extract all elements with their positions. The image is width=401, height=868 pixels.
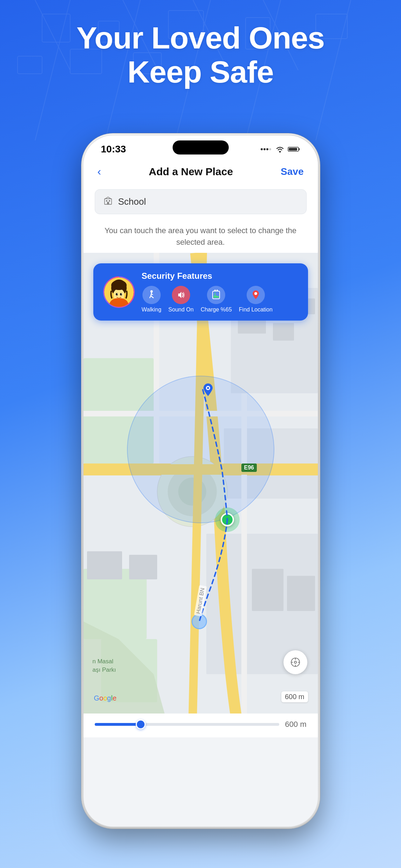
charge-label: Charge %65 [201, 306, 232, 313]
distance-label: 600 m [281, 691, 308, 702]
building-icon [103, 196, 113, 208]
security-title: Security Features [142, 271, 298, 281]
svg-rect-68 [213, 296, 219, 298]
bottom-bar: 600 m [83, 714, 318, 737]
features-row: Walking [142, 286, 298, 313]
find-location-icon [247, 286, 265, 304]
search-container: School [83, 184, 318, 220]
svg-point-71 [207, 387, 209, 389]
svg-point-62 [117, 293, 118, 294]
find-location-label: Find Location [239, 306, 273, 313]
destination-marker [192, 614, 207, 629]
svg-rect-28 [107, 202, 109, 204]
slider-distance: 600 m [285, 720, 306, 729]
place-input-value: School [118, 196, 146, 207]
timeline-slider[interactable] [95, 723, 280, 726]
svg-point-21 [279, 151, 281, 153]
locate-button[interactable] [283, 650, 307, 674]
svg-point-20 [269, 148, 271, 150]
walking-label: Walking [142, 306, 161, 313]
svg-rect-54 [287, 576, 315, 611]
svg-rect-24 [289, 148, 297, 151]
feature-location: Find Location [239, 286, 273, 313]
feature-walking: Walking [142, 286, 161, 313]
sound-label: Sound On [168, 306, 194, 313]
park-line2: aşı Parkı [93, 666, 116, 674]
blue-pin-marker [203, 383, 213, 398]
security-card: Security Features [93, 263, 308, 321]
svg-rect-23 [299, 148, 300, 150]
svg-rect-52 [129, 555, 157, 579]
svg-point-19 [266, 148, 268, 150]
back-button[interactable]: ‹ [98, 165, 101, 178]
avatar-container [103, 276, 135, 308]
status-icons [260, 145, 300, 153]
card-content: Security Features [142, 271, 298, 313]
park-label: n Masal aşı Parkı [91, 657, 118, 675]
status-bar: 10:33 [83, 136, 318, 157]
road-sign: E96 [241, 463, 257, 472]
place-input[interactable]: School [95, 189, 307, 214]
dynamic-island [173, 140, 229, 154]
hero-title: Your Loved Ones Keep Safe [0, 21, 401, 89]
walking-icon [142, 286, 161, 304]
svg-rect-51 [87, 551, 122, 579]
svg-point-18 [263, 148, 266, 150]
avatar [104, 277, 134, 307]
svg-rect-53 [252, 569, 283, 611]
svg-point-73 [294, 661, 296, 663]
slider-thumb[interactable] [136, 719, 146, 729]
status-time: 10:33 [101, 144, 126, 155]
feature-charge: Charge %65 [201, 286, 232, 313]
sound-icon [172, 286, 190, 304]
save-button[interactable]: Save [281, 166, 303, 177]
svg-rect-40 [273, 323, 294, 341]
slider-fill [95, 723, 141, 726]
page-title: Add a New Place [149, 166, 233, 178]
user-location-marker [221, 513, 234, 526]
feature-sound: Sound On [168, 286, 194, 313]
signal-icon [260, 146, 272, 152]
svg-rect-39 [238, 320, 266, 334]
google-logo: Google [94, 694, 117, 702]
battery-status-icon [288, 146, 300, 152]
map-container[interactable]: Security Features [83, 253, 318, 737]
svg-rect-26 [106, 200, 107, 202]
charge-icon [207, 286, 225, 304]
svg-point-64 [150, 290, 153, 293]
svg-rect-27 [109, 200, 110, 202]
svg-point-69 [254, 292, 257, 295]
svg-point-17 [261, 148, 263, 150]
park-line1: n Masal [93, 657, 116, 666]
hint-text: You can touch the area you want to selec… [83, 220, 318, 253]
svg-rect-67 [216, 290, 218, 291]
nav-header: ‹ Add a New Place Save [83, 157, 318, 184]
phone-device: 10:33 [81, 133, 320, 829]
svg-point-61 [111, 280, 127, 290]
wifi-icon [275, 145, 285, 153]
svg-point-63 [121, 293, 122, 294]
svg-rect-66 [214, 290, 216, 291]
location-radius [127, 376, 274, 523]
